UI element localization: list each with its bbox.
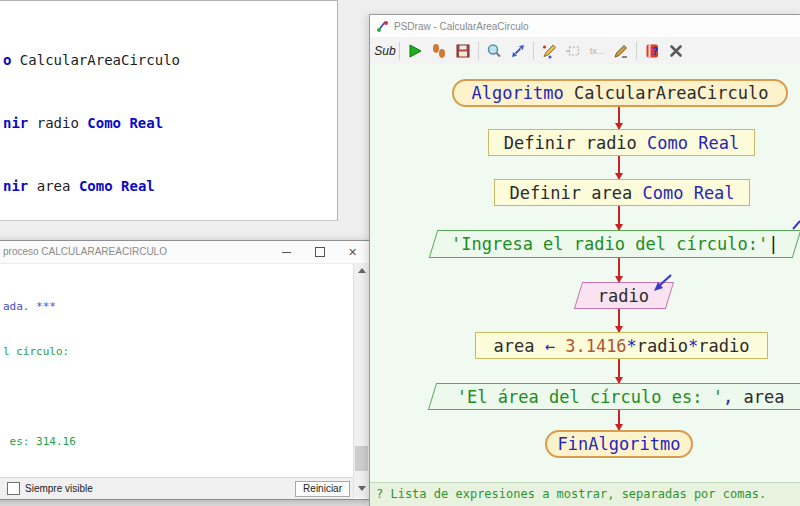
psdraw-statusbar: ? Lista de expresiones a mostrar, separa… xyxy=(370,482,800,506)
flow-arrow xyxy=(618,410,620,430)
console-window: proceso CALCULARAREACIRCULO ✕ ada. *** l… xyxy=(0,240,370,500)
help-icon: ? xyxy=(644,43,660,59)
flowchart-node-start[interactable]: Algoritmo CalcularAreaCirculo xyxy=(452,79,788,107)
edit-points-icon xyxy=(541,43,557,59)
flow-arrow xyxy=(618,206,620,230)
toolbar-separator xyxy=(478,42,479,60)
toolbar-separator xyxy=(399,42,400,60)
flow-arrow xyxy=(618,309,620,332)
scrollbar-thumb[interactable] xyxy=(355,446,368,471)
console-line xyxy=(3,389,353,404)
edit-points-button[interactable] xyxy=(538,40,560,62)
psdraw-app-icon xyxy=(375,19,389,33)
flowchart-node-write-prompt[interactable]: 'Ingresa el radio del círculo:'| xyxy=(429,230,800,258)
code-editor[interactable]: o CalcularAreaCirculo nir radio Como Rea… xyxy=(0,0,338,221)
psdraw-titlebar[interactable]: PSDraw - CalcularAreaCirculo xyxy=(370,15,800,38)
console-scrollbar[interactable] xyxy=(353,263,369,498)
code-line: o CalcularAreaCirculo xyxy=(3,50,337,71)
flowchart-node-define-radio[interactable]: Definir radio Como Real xyxy=(488,129,755,156)
edit-caret-icon xyxy=(790,220,800,232)
console-line: ada. *** xyxy=(3,299,353,314)
psdraw-toolbar: Sub xyxy=(370,37,800,65)
mouse-cursor-icon xyxy=(650,272,676,298)
flow-arrow xyxy=(618,107,620,129)
psdraw-title: PSDraw - CalcularAreaCirculo xyxy=(394,21,528,32)
toolbar-separator xyxy=(636,42,637,60)
always-visible-label: Siempre visible xyxy=(25,483,295,494)
save-button[interactable] xyxy=(452,40,474,62)
save-icon xyxy=(455,43,471,59)
flowchart-node-end[interactable]: FinAlgoritmo xyxy=(545,430,693,458)
run-button[interactable] xyxy=(404,40,426,62)
flowchart-node-assign-area[interactable]: area ← 3.1416*radio*radio xyxy=(475,332,768,359)
close-tool-button[interactable] xyxy=(665,40,687,62)
flow-arrow xyxy=(618,258,620,282)
psdraw-window: PSDraw - CalcularAreaCirculo Sub xyxy=(369,14,800,506)
maximize-button[interactable] xyxy=(303,241,336,263)
code-line: nir area Como Real xyxy=(3,176,337,197)
flowchart-canvas[interactable]: Algoritmo CalcularAreaCirculo Definir ra… xyxy=(370,64,800,482)
minimize-button[interactable] xyxy=(270,241,303,263)
flowchart-node-write-result[interactable]: 'El área del círculo es: ', area xyxy=(428,383,800,410)
insert-frame-icon xyxy=(565,43,581,59)
toolbar-separator xyxy=(533,42,534,60)
minimize-icon xyxy=(282,252,291,253)
fit-view-icon xyxy=(510,43,526,59)
pencil-sign-icon xyxy=(613,43,629,59)
code-line: nir radio Como Real xyxy=(3,113,337,134)
step-button[interactable] xyxy=(428,40,450,62)
console-line: es: 314.16 xyxy=(3,434,353,449)
maximize-icon xyxy=(315,247,325,257)
console-output: ada. *** l círculo: es: 314.16 izada. **… xyxy=(0,263,353,478)
magnifier-icon xyxy=(486,43,502,59)
console-titlebar[interactable]: proceso CALCULARAREACIRCULO ✕ xyxy=(0,241,369,264)
flow-arrow xyxy=(618,359,620,383)
flow-arrow xyxy=(618,156,620,179)
subprocess-button[interactable]: Sub xyxy=(375,40,395,62)
scroll-down-icon[interactable] xyxy=(354,481,369,496)
footsteps-icon xyxy=(431,43,447,59)
zoom-button[interactable] xyxy=(483,40,505,62)
draw-sign-button[interactable] xyxy=(610,40,632,62)
text-tool-button[interactable]: tx... xyxy=(586,40,608,62)
close-icon: ✕ xyxy=(348,247,357,258)
close-x-icon xyxy=(668,43,684,59)
close-button[interactable]: ✕ xyxy=(336,241,369,263)
console-title: proceso CALCULARAREACIRCULO xyxy=(3,246,167,257)
code-area: o CalcularAreaCirculo nir radio Como Rea… xyxy=(0,1,337,221)
play-icon xyxy=(407,43,423,59)
restart-button[interactable]: Reiniciar xyxy=(295,481,350,497)
scroll-up-icon[interactable] xyxy=(354,263,369,278)
console-bottombar: Siempre visible Reiniciar xyxy=(0,477,353,499)
always-visible-checkbox[interactable] xyxy=(7,482,20,495)
svg-text:?: ? xyxy=(652,45,658,57)
help-button[interactable]: ? xyxy=(641,40,663,62)
flowchart-node-define-area[interactable]: Definir area Como Real xyxy=(494,179,750,206)
insert-frame-button[interactable] xyxy=(562,40,584,62)
fit-view-button[interactable] xyxy=(507,40,529,62)
console-line: l círculo: xyxy=(3,344,353,359)
